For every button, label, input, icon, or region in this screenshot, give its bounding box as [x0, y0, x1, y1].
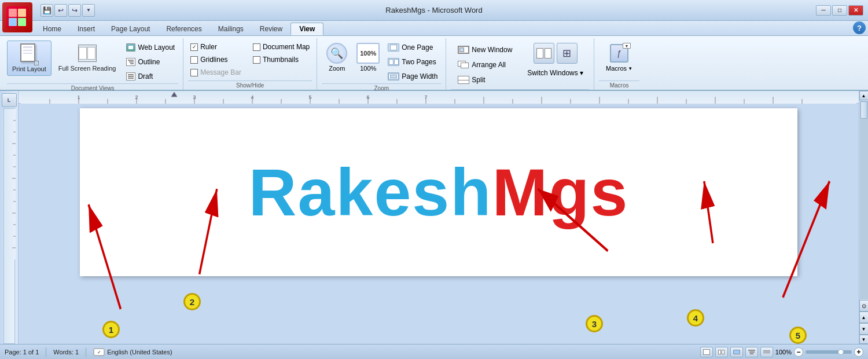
- minimize-button[interactable]: ─: [816, 5, 831, 16]
- ruler-checkbox[interactable]: ✓: [190, 43, 198, 51]
- macros-button[interactable]: ƒ ▼ Macros ▼: [599, 41, 639, 74]
- help-button[interactable]: ?: [853, 21, 866, 34]
- scroll-track: [860, 101, 868, 299]
- annotation-circle-4: 4: [687, 309, 704, 327]
- annotation-circle-5: 5: [789, 327, 807, 344]
- document-page[interactable]: RakeshMgs: [80, 108, 797, 276]
- view-mode-icon[interactable]: L: [2, 93, 17, 107]
- print-layout-status-btn[interactable]: [700, 347, 713, 357]
- two-pages-label: Two Pages: [402, 58, 436, 66]
- svg-text:✓: ✓: [97, 350, 101, 355]
- scroll-thumb[interactable]: [860, 101, 867, 119]
- one-page-button[interactable]: One Page: [384, 41, 441, 54]
- qat-dropdown-button[interactable]: ▼: [82, 4, 95, 17]
- tab-view[interactable]: View: [290, 23, 323, 35]
- outline-status-btn[interactable]: [745, 347, 758, 357]
- group-show-hide: ✓ Ruler Gridlines Message Bar Document M…: [183, 38, 317, 90]
- maximize-button[interactable]: □: [832, 5, 847, 16]
- tab-mailings[interactable]: Mailings: [210, 23, 252, 35]
- macros-icon: ƒ ▼: [609, 43, 630, 64]
- quick-access-toolbar: 💾 ↩ ↪ ▼: [41, 4, 95, 17]
- office-button[interactable]: [2, 2, 32, 32]
- thumbnails-checkbox-item[interactable]: Thumbnails: [251, 53, 312, 66]
- title-bar: 💾 ↩ ↪ ▼ RakeshMgs - Microsoft Word ─ □ ✕: [0, 0, 868, 21]
- prev-page-button[interactable]: ▲: [859, 312, 869, 323]
- zoom-slider-track[interactable]: [806, 350, 852, 354]
- page-width-label: Page Width: [402, 72, 437, 80]
- close-button[interactable]: ✕: [848, 5, 863, 16]
- zoom-icon: 🔍: [326, 43, 347, 64]
- two-pages-button[interactable]: Two Pages: [384, 55, 441, 69]
- arrange-all-button[interactable]: Arrange All: [454, 58, 516, 72]
- new-window-button[interactable]: New Window: [454, 43, 516, 57]
- svg-rect-13: [21, 91, 856, 104]
- print-layout-button[interactable]: Print Layout: [7, 41, 52, 76]
- documentmap-checkbox-item[interactable]: Document Map: [251, 41, 312, 53]
- next-page-button[interactable]: ▼: [859, 323, 869, 335]
- group-macros: ƒ ▼ Macros ▼ Macros: [594, 38, 644, 90]
- status-bar: Page: 1 of 1 Words: 1 ✓ English (United …: [0, 344, 868, 359]
- zoom-content: 🔍 Zoom 100% 100% One Page: [322, 38, 441, 83]
- outline-button[interactable]: Outline: [123, 55, 178, 69]
- save-button[interactable]: 💾: [41, 4, 53, 17]
- redo-button[interactable]: ↪: [68, 4, 81, 17]
- view-small-buttons: Web Layout Outline: [123, 41, 178, 83]
- draft-button[interactable]: Draft: [123, 69, 178, 83]
- text-mgs: Mgs: [492, 155, 629, 229]
- gridlines-checkbox-item[interactable]: Gridlines: [188, 53, 244, 66]
- svg-rect-0: [4, 109, 16, 259]
- full-screen-status-btn[interactable]: [715, 347, 728, 357]
- scroll-up-button[interactable]: ▲: [859, 91, 869, 100]
- scroll-down-button[interactable]: ▼: [859, 335, 869, 344]
- macros-dropdown-icon: ▼: [628, 66, 632, 71]
- full-screen-reading-button[interactable]: Full Screen Reading: [54, 41, 121, 75]
- switch-area: ⊞ Switch Windows ▾: [521, 41, 589, 82]
- view-side-by-side-button[interactable]: [534, 43, 554, 64]
- draft-label: Draft: [138, 72, 153, 80]
- macros-group-label: Macros: [599, 80, 639, 90]
- tab-references[interactable]: References: [158, 23, 209, 35]
- left-ruler-area: L: [0, 91, 19, 344]
- zoom-slider-thumb[interactable]: [838, 349, 844, 355]
- reset-window-button[interactable]: ⊞: [557, 43, 578, 64]
- ribbon-content: Print Layout Full Screen Reading: [0, 36, 868, 91]
- documentmap-checkbox[interactable]: [253, 43, 260, 51]
- zoom-plus-button[interactable]: +: [854, 347, 863, 357]
- document-content: RakeshMgs: [248, 154, 628, 230]
- undo-button[interactable]: ↩: [54, 4, 67, 17]
- show-hide-content: ✓ Ruler Gridlines Message Bar Document M…: [188, 38, 312, 80]
- split-button[interactable]: Split: [454, 73, 516, 87]
- tab-review[interactable]: Review: [252, 23, 290, 35]
- zoom-button[interactable]: 🔍 Zoom: [322, 41, 352, 74]
- tab-insert[interactable]: Insert: [69, 23, 103, 35]
- ruler-checkbox-item[interactable]: ✓ Ruler: [188, 41, 244, 53]
- tab-home[interactable]: Home: [35, 23, 69, 35]
- tab-page-layout[interactable]: Page Layout: [103, 23, 158, 35]
- annotation-circle-2: 2: [183, 293, 201, 310]
- gridlines-checkbox[interactable]: [190, 56, 198, 64]
- window-controls: ─ □ ✕: [816, 5, 863, 16]
- switch-windows-button[interactable]: Switch Windows ▾: [524, 66, 587, 80]
- status-sep-1: [46, 347, 46, 357]
- split-label: Split: [472, 76, 485, 84]
- switch-windows-label: Switch Windows ▾: [527, 69, 583, 77]
- horizontal-ruler: 1 2 3 4 5 6 7: [19, 91, 859, 104]
- page-width-button[interactable]: Page Width: [384, 69, 441, 83]
- draft-status-btn[interactable]: [760, 347, 773, 357]
- print-layout-label: Print Layout: [12, 65, 46, 73]
- select-object-button[interactable]: ⊙: [859, 300, 869, 312]
- full-screen-reading-label: Full Screen Reading: [58, 65, 116, 72]
- thumbnails-checkbox[interactable]: [253, 56, 260, 64]
- ribbon-tab-bar: Home Insert Page Layout References Maili…: [0, 21, 868, 36]
- ruler-svg: 1 2 3 4 5 6 7: [21, 91, 856, 104]
- zoom-percent-button[interactable]: 100% 100%: [354, 41, 382, 74]
- messagebar-checkbox-item[interactable]: Message Bar: [188, 66, 244, 79]
- language-label: English (United States): [107, 349, 172, 356]
- thumbnails-label: Thumbnails: [263, 56, 299, 64]
- web-layout-status-btn[interactable]: [730, 347, 743, 357]
- web-layout-button[interactable]: Web Layout: [123, 41, 178, 54]
- zoom-minus-button[interactable]: −: [794, 347, 803, 357]
- messagebar-checkbox[interactable]: [190, 69, 198, 76]
- window-buttons-col: New Window Arrange All Split: [454, 43, 516, 87]
- draft-icon: [126, 72, 135, 81]
